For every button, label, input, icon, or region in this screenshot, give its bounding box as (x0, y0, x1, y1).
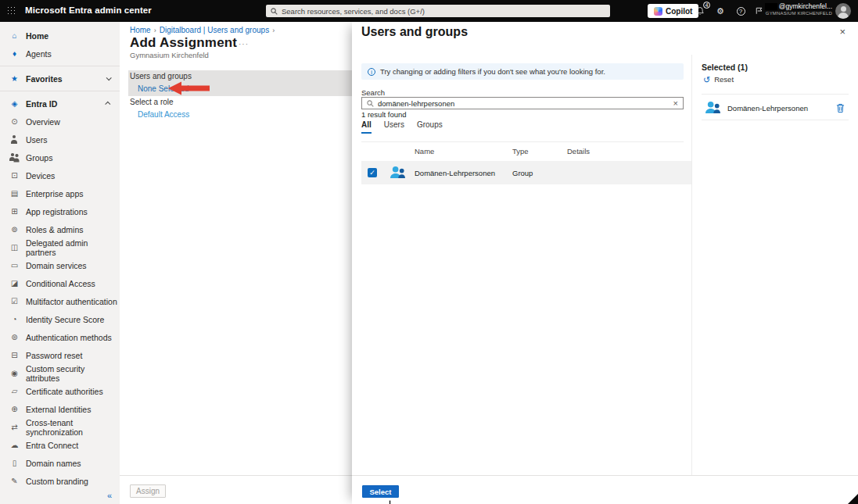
panel-divider (691, 55, 692, 475)
info-icon: i (368, 68, 375, 76)
sidebar-item-entra-connect[interactable]: ☁Entra Connect (0, 436, 120, 454)
secure-score-icon: ◔ (9, 314, 20, 324)
sidebar-item-custom-branding[interactable]: ✎Custom branding (0, 472, 120, 490)
copilot-button[interactable]: Copilot (648, 4, 698, 18)
group-icon (704, 100, 722, 118)
sidebar-item-label: Groups (26, 153, 52, 163)
sidebar-item-label: Cross-tenant synchronization (26, 418, 120, 437)
global-search-input[interactable]: Search resources, services, and docs (G+… (266, 5, 610, 17)
help-button[interactable]: ? (734, 4, 748, 18)
breadcrumb-separator: › (272, 27, 275, 34)
sidebar-item-cross-tenant-synchronization[interactable]: ⇄Cross-tenant synchronization (0, 418, 120, 436)
sidebar-item-domain-names[interactable]: ▯Domain names (0, 454, 120, 472)
bell-icon (695, 6, 705, 16)
breadcrumb-home-link[interactable]: Home (130, 26, 151, 34)
sidebar-item-password-reset[interactable]: ⊟Password reset (0, 346, 120, 364)
sidebar-item-agents[interactable]: ♦Agents (0, 45, 120, 63)
sidebar-item-devices[interactable]: ⊡Devices (0, 166, 120, 184)
selected-item: Domänen-Lehrpersonen (702, 97, 849, 120)
column-header-type: Type (512, 147, 529, 155)
sidebar-item-label: Multifactor authentication (26, 297, 117, 306)
waffle-menu-icon[interactable] (7, 6, 16, 15)
sidebar-item-certificate-authorities[interactable]: ▱Certificate authorities (0, 382, 120, 400)
enterprise-apps-icon: ▤ (9, 188, 20, 198)
sync-icon: ⇄ (9, 422, 20, 432)
sidebar-item-delegated-admin-partners[interactable]: ◫Delegated admin partners (0, 238, 120, 256)
default-access-link[interactable]: Default Access (138, 110, 189, 119)
title-overflow-menu[interactable]: ··· (239, 40, 249, 48)
sidebar-item-overview[interactable]: ⊙Overview (0, 113, 120, 130)
sidebar-item-label: Domain names (26, 459, 81, 468)
help-icon: ? (737, 7, 745, 16)
info-banner-text: Try changing or adding filters if you do… (380, 67, 605, 76)
app-title: Microsoft Entra admin center (25, 5, 152, 15)
tab-users[interactable]: Users (384, 120, 404, 134)
gear-icon: ⚙ (716, 6, 724, 16)
add-assignment-panel: Home›Digitalboard | Users and groups› Ad… (120, 22, 352, 504)
sidebar-item-enterprise-apps[interactable]: ▤Enterprise apps (0, 184, 120, 202)
select-button[interactable]: Select (362, 485, 399, 498)
entra-admin-screen: Microsoft Entra admin center Search reso… (0, 0, 858, 504)
sidebar-item-domain-services[interactable]: ▭Domain services (0, 256, 120, 274)
sidebar-item-external-identities[interactable]: ⊕External Identities (0, 400, 120, 418)
agents-icon: ♦ (9, 48, 20, 59)
reset-button[interactable]: ↺ Reset (703, 75, 734, 84)
sidebar-item-home[interactable]: ⌂Home (0, 27, 120, 45)
sidebar-item-identity-secure-score[interactable]: ◔Identity Secure Score (0, 310, 120, 328)
row-checkbox-checked[interactable]: ✓ (368, 168, 377, 177)
account-name: @gymkirchenfel... (779, 2, 832, 10)
sidebar-item-label: Users (26, 135, 47, 145)
search-input[interactable] (378, 99, 670, 108)
sidebar-divider (0, 91, 120, 91)
delegated-admin-icon: ◫ (9, 242, 20, 252)
password-reset-icon: ⊟ (9, 350, 20, 360)
breadcrumb-digitalboard-link[interactable]: Digitalboard | Users and groups (160, 26, 269, 34)
breadcrumb-separator: › (154, 27, 156, 34)
reset-label: Reset (714, 75, 734, 84)
sidebar-item-conditional-access[interactable]: ◪Conditional Access (0, 274, 120, 292)
device-icon: ⊡ (9, 170, 20, 181)
corner-resize-mark (848, 494, 858, 504)
app-registrations-icon: ⊞ (9, 206, 20, 216)
sidebar-nav: ⌂Home♦Agents★Favorites◈Entra ID⊙Overview… (0, 27, 120, 490)
sidebar-item-label: App registrations (26, 207, 88, 216)
security-attributes-icon: ◉ (9, 368, 20, 378)
sidebar-item-authentication-methods[interactable]: ⊜Authentication methods (0, 328, 120, 346)
sidebar-item-label: External Identities (26, 405, 91, 414)
tab-all[interactable]: All (361, 120, 372, 134)
close-icon[interactable]: × (839, 26, 845, 38)
sidebar-item-custom-security-attributes[interactable]: ◉Custom security attributes (0, 364, 120, 382)
feedback-icon (755, 6, 764, 16)
sidebar-collapse-button[interactable]: « (107, 491, 112, 500)
sidebar-item-label: Home (26, 31, 48, 41)
people-icon (9, 152, 20, 163)
sidebar-item-label: Identity Secure Score (26, 315, 104, 324)
sidebar-item-users[interactable]: Users (0, 130, 120, 148)
trash-icon[interactable] (836, 102, 845, 116)
sidebar-item-roles-admins[interactable]: ⊚Roles & admins (0, 220, 120, 238)
domain-names-icon: ▯ (9, 458, 20, 468)
sidebar-item-label: Authentication methods (26, 333, 112, 342)
notifications-button[interactable]: 4 (693, 4, 707, 18)
sidebar-item-label: Favorites (26, 74, 63, 84)
account-info[interactable]: @gymkirchenfel... GYMNASIUM KIRCHENFELD (765, 2, 832, 16)
avatar[interactable] (835, 3, 851, 19)
sidebar-item-entra-id[interactable]: ◈Entra ID (0, 95, 120, 113)
page-title: Add Assignment (130, 35, 237, 51)
settings-button[interactable]: ⚙ (713, 4, 727, 18)
sidebar-item-app-registrations[interactable]: ⊞App registrations (0, 202, 120, 220)
cloud-icon: ☁ (9, 440, 20, 450)
assign-button[interactable]: Assign (130, 484, 166, 498)
mouse-cursor (386, 499, 397, 504)
sidebar-item-label: Entra Connect (26, 441, 78, 450)
clear-search-icon[interactable]: × (673, 99, 678, 107)
sidebar-item-favorites[interactable]: ★Favorites (0, 70, 120, 88)
sidebar-item-multifactor-authentication[interactable]: ☑Multifactor authentication (0, 292, 120, 310)
sidebar-item-label: Devices (26, 171, 55, 181)
conditional-access-icon: ◪ (9, 278, 20, 288)
undo-icon: ↺ (703, 76, 710, 84)
table-row[interactable]: ✓ Domänen-Lehrpersonen Group (361, 161, 691, 184)
sidebar-item-groups[interactable]: Groups (0, 148, 120, 166)
roles-admins-icon: ⊚ (9, 224, 20, 234)
tab-groups[interactable]: Groups (417, 120, 443, 134)
